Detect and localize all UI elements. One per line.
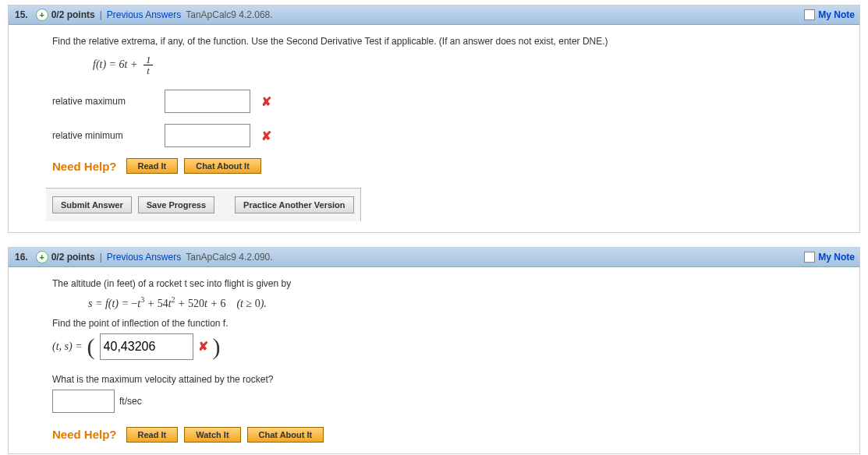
question-16: 16. + 0/2 points | Previous Answers TanA…: [8, 247, 860, 454]
notes-icon: [804, 9, 815, 20]
points-label: 0/2 points: [51, 9, 95, 20]
relative-min-row: relative minimum ✘: [52, 124, 831, 147]
previous-answers-link[interactable]: Previous Answers: [107, 9, 181, 20]
save-progress-button[interactable]: Save Progress: [138, 196, 214, 213]
question-prompt: Find the relative extrema, if any, of th…: [52, 36, 831, 47]
fraction: 1 t: [143, 55, 154, 76]
question-body: Find the relative extrema, if any, of th…: [9, 25, 859, 232]
question-15: 15. + 0/2 points | Previous Answers TanA…: [8, 5, 860, 233]
submit-answer-button[interactable]: Submit Answer: [52, 196, 132, 213]
inflection-answer-row: (t, s) = ( ✘ ): [52, 333, 831, 360]
question-prompt: The altitude (in feet) of a rocket t sec…: [52, 278, 831, 289]
read-it-button[interactable]: Read It: [126, 158, 179, 174]
my-notes-text: My Note: [818, 9, 855, 20]
relative-max-label: relative maximum: [52, 96, 154, 107]
inflection-input[interactable]: [100, 333, 193, 360]
wrong-icon: ✘: [261, 129, 271, 143]
right-paren-icon: ): [213, 335, 221, 358]
question-number: 16.: [15, 252, 28, 263]
notes-icon: [804, 252, 815, 263]
question-body: The altitude (in feet) of a rocket t sec…: [9, 267, 859, 453]
question-number: 15.: [15, 9, 28, 20]
velocity-input[interactable]: [52, 390, 115, 413]
relative-min-input[interactable]: [165, 124, 250, 147]
unit-label: ft/sec: [119, 396, 142, 407]
sub-prompt-1: Find the point of inflection of the func…: [52, 318, 831, 329]
ts-label: (t, s) =: [52, 340, 83, 353]
formula: s = f(t) = −t3 + 54t2 + 520t + 6 (t ≥ 0)…: [88, 295, 831, 310]
need-help-row: Need Help? Read It Watch It Chat About I…: [52, 427, 831, 443]
read-it-button[interactable]: Read It: [126, 427, 179, 443]
points-label: 0/2 points: [51, 252, 95, 263]
plus-icon[interactable]: +: [36, 9, 48, 21]
my-notes-text: My Note: [818, 252, 855, 263]
need-help-row: Need Help? Read It Chat About It: [52, 158, 831, 174]
left-paren-icon: (: [87, 335, 95, 358]
relative-max-input[interactable]: [165, 90, 250, 113]
formula-lhs: f(t) = 6t +: [93, 58, 140, 70]
wrong-icon: ✘: [261, 94, 271, 109]
formula: f(t) = 6t + 1 t: [93, 55, 831, 76]
watch-it-button[interactable]: Watch It: [184, 427, 240, 443]
source-label: TanApCalc9 4.2.068.: [186, 9, 272, 20]
my-notes-link[interactable]: My Note: [804, 252, 855, 263]
chat-about-it-button[interactable]: Chat About It: [247, 427, 324, 443]
divider: |: [100, 9, 102, 20]
plus-icon[interactable]: +: [36, 251, 48, 263]
chat-about-it-button[interactable]: Chat About It: [184, 158, 261, 174]
source-label: TanApCalc9 4.2.090.: [186, 252, 272, 263]
fraction-numerator: 1: [143, 55, 154, 65]
relative-max-row: relative maximum ✘: [52, 90, 831, 113]
need-help-label: Need Help?: [52, 160, 117, 173]
velocity-answer-row: ft/sec: [52, 390, 831, 413]
action-bar: Submit Answer Save Progress Practice Ano…: [46, 188, 361, 221]
divider: |: [100, 252, 102, 263]
wrong-icon: ✘: [198, 339, 208, 354]
previous-answers-link[interactable]: Previous Answers: [107, 252, 181, 263]
fraction-denominator: t: [143, 65, 154, 76]
relative-min-label: relative minimum: [52, 130, 154, 141]
practice-another-button[interactable]: Practice Another Version: [235, 196, 353, 213]
sub-prompt-2: What is the maximum velocity attained by…: [52, 374, 831, 385]
need-help-label: Need Help?: [52, 428, 117, 441]
my-notes-link[interactable]: My Note: [804, 9, 855, 20]
question-header: 16. + 0/2 points | Previous Answers TanA…: [9, 248, 859, 267]
question-header: 15. + 0/2 points | Previous Answers TanA…: [9, 5, 859, 25]
